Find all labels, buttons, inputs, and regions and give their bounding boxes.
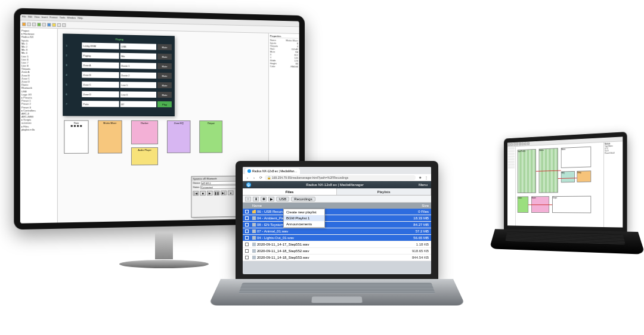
palette-item[interactable] [508,166,515,169]
table-row[interactable]: 2020-09-11_14-17_Step551.wav 1.18 KB [243,241,431,248]
prop-row[interactable]: Preset Default [605,151,622,154]
mm-column-headers[interactable]: Name Size [243,203,431,209]
block-player[interactable]: Audio Player [131,147,158,165]
table-row[interactable]: 06 - USB Recordings 0 Files [243,209,431,215]
menu-edit[interactable]: Edit [28,15,32,19]
palette-item[interactable] [508,147,515,150]
toolbar-icon[interactable] [513,143,516,146]
block-output[interactable]: Output [552,196,591,213]
mute-button[interactable]: Mute [157,82,172,88]
prev-button[interactable]: |◀ [193,191,199,196]
row-checkbox[interactable] [243,236,251,240]
mixer-src2[interactable]: Dante 2 [120,72,156,79]
play-button[interactable]: Play [157,101,172,107]
palette-item[interactable] [508,153,515,155]
mute-button[interactable]: Mute [157,54,172,60]
block-eq[interactable]: PEQ [561,171,575,182]
mixer-src[interactable]: Zone C [82,82,119,88]
row-checkbox[interactable] [243,223,251,227]
menu-icon[interactable]: ⋮ [424,175,429,180]
forward-button[interactable]: › [252,175,256,180]
toolbar-compile-icon[interactable] [52,23,56,26]
col-size[interactable]: Size [405,204,431,207]
toolbar-connect-icon[interactable] [47,23,51,26]
file-list[interactable]: 06 - USB Recordings 0 Files 04 - Ambient… [243,209,431,261]
palette-item[interactable] [508,150,515,153]
block-output[interactable]: Output [199,120,222,153]
menu-window[interactable]: Window [67,16,76,21]
table-row[interactable]: 04 - Lights-Out_01.wav 56.65 MB [243,235,431,241]
toolbar-icon[interactable] [519,142,521,145]
row-checkbox[interactable] [243,216,251,220]
block-limiter[interactable]: Limiter [518,196,529,213]
row-checkbox[interactable] [243,243,251,246]
mixer-row[interactable]: 5 Zone C Line 5 Mute [66,80,172,89]
mm-tabs[interactable]: Files Playlists [243,188,431,196]
table-row[interactable]: 04 - Ambient_Pad_02.wav 18.33 MB [243,215,431,222]
toolbar-new-icon[interactable] [22,22,26,26]
palette-item[interactable] [508,158,515,160]
breadcrumb-recordings[interactable]: Recordings [291,197,315,201]
table-row[interactable]: 07 - Animal_01.wav 57.2 MB [243,228,431,235]
tab-playlists[interactable]: Playlists [337,188,431,195]
new-folder-button[interactable]: ✚ [261,197,267,201]
toolbar-icon[interactable] [510,143,513,146]
mixer-row[interactable]: 2 Paging Mic Mute [66,51,172,61]
mute-button[interactable]: Mute [157,92,172,98]
toolbar-open-icon[interactable] [27,22,31,26]
ctx-announcements[interactable]: Announcements [284,221,324,227]
mixer-src2[interactable]: Line 6 [120,91,156,98]
stop-button[interactable]: ■ [200,191,206,196]
block-delay[interactable]: Delay [577,170,591,182]
toolbar-run-icon[interactable] [37,23,41,26]
mute-button[interactable]: Mute [157,63,172,69]
mixer-src[interactable]: Zone A [82,62,119,69]
toolbar-icon[interactable] [527,142,530,145]
menu-format[interactable]: Format [49,15,57,20]
toolbar-icon[interactable] [516,142,518,145]
browser-tab[interactable]: Radius NX-12x8 ex | MediaMan… [245,168,300,174]
toolbar-undo-icon[interactable] [57,23,61,26]
palette-item[interactable] [508,161,515,163]
menu-view[interactable]: View [34,15,39,20]
block-matrix[interactable]: Matrix Mixer [98,120,122,154]
mixer-src2[interactable]: USB [120,44,156,50]
mixer-row[interactable]: 7 Patio BT Play [66,100,172,108]
mute-button[interactable]: Mute [157,73,172,79]
mixer-src[interactable]: Patio [82,101,119,107]
row-checkbox[interactable] [243,229,251,233]
mixer-src[interactable]: Lobby BGM [82,42,119,49]
mixer-src[interactable]: Zone D [82,91,119,98]
mixer-src2[interactable]: Dante 1 [120,63,156,69]
composer-canvas[interactable]: Input Faders Meters Matrix PEQ Delay Lim… [516,142,604,227]
reload-button[interactable]: ⟳ [258,175,263,180]
power-icon[interactable]: ⏻ [246,182,251,187]
block-gain[interactable]: Gain [64,120,88,154]
composer-palette[interactable] [507,147,516,226]
play-button[interactable]: ▶ [268,197,274,201]
pause-button[interactable]: ❚❚ [214,191,220,196]
mixer-row[interactable]: 3 Zone A Dante 1 Mute [66,60,172,70]
block-matrix[interactable]: Matrix [561,147,592,168]
toolbar-save-icon[interactable] [32,22,36,26]
row-checkbox[interactable] [243,249,251,253]
table-row[interactable]: 2020-09-11_14-18_Step553.wav 844.54 KB [243,255,431,261]
up-button[interactable]: ↑ [245,197,251,201]
download-button[interactable]: ⬇ [253,197,259,201]
composer-properties[interactable]: Module Type Matrix In 12 Out 8 Preset De… [603,141,623,227]
toolbar-icon[interactable] [508,143,510,146]
palette-item[interactable] [508,156,515,158]
mute-button[interactable]: Mute [157,44,172,50]
table-row[interactable]: 2020-09-11_14-18_Step552.wav 918.65 KB [243,248,431,255]
palette-item[interactable] [508,163,515,166]
mm-toolbar[interactable]: ↑ ⬇ ✚ ▶ USB Recordings [243,196,431,203]
toolbar-icon[interactable] [522,142,524,145]
ctx-create-playlist[interactable]: Create new playlist [284,209,324,215]
block-ducker[interactable]: Ducker [131,120,158,144]
col-name[interactable]: Name [251,204,405,207]
mixer-src2[interactable]: Mic [120,53,156,60]
address-bar[interactable]: 🔒 169.254.79.95 /mediamanager.html?path=… [265,175,416,180]
mixer-row[interactable]: 4 Zone B Dante 2 Mute [66,70,172,80]
project-tree[interactable]: Project ▸ Hardware Radius NX Inputs Mic … [20,28,58,224]
ctx-bgm-playlist[interactable]: BGM Playlist 1 [284,215,324,221]
